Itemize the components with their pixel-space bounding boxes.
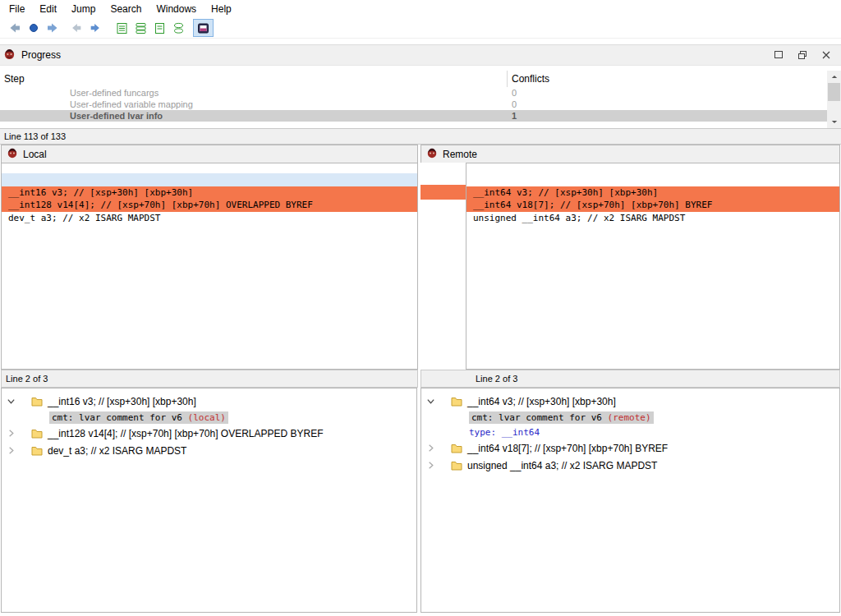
code-line[interactable]: unsigned __int64 a3; // x2 ISARG MAPDST	[466, 212, 839, 225]
folder-icon	[451, 444, 462, 453]
conflicts-cell: 0	[507, 99, 517, 110]
comment-source: (local)	[188, 412, 226, 423]
close-icon[interactable]	[814, 47, 838, 63]
history-back-icon[interactable]	[67, 19, 85, 37]
column-header-step[interactable]: Step	[0, 71, 507, 87]
tree-detail-comment[interactable]: cmt: lvar comment for v6 (local)	[2, 410, 416, 425]
tree-node-collapsed[interactable]: dev_t a3; // x2 ISARG MAPDST	[2, 442, 416, 459]
toolbar	[0, 18, 841, 39]
tree-node-label: dev_t a3; // x2 ISARG MAPDST	[48, 445, 186, 457]
progress-window-title: Progress	[21, 49, 61, 61]
local-code-pane: __int16 v3; // [xsp+30h] [xbp+30h] __int…	[1, 163, 418, 370]
chevron-right-icon[interactable]	[426, 461, 438, 470]
menu-file[interactable]: File	[2, 1, 32, 17]
ida-logo-icon	[7, 147, 18, 161]
folder-icon	[31, 429, 43, 439]
open-list-window-icon[interactable]	[113, 19, 131, 37]
local-merge-tree: __int16 v3; // [xsp+30h] [xbp+30h] cmt: …	[1, 388, 417, 613]
type-text: type: __int64	[469, 427, 540, 438]
line-status-bar: Line 113 of 133	[0, 128, 841, 145]
ida-logo-icon	[3, 48, 16, 63]
table-row[interactable]: User-defined variable mapping 0	[0, 99, 827, 110]
chevron-right-icon[interactable]	[7, 446, 18, 455]
step-cell: User-defined funcargs	[0, 87, 507, 99]
remote-code-pane: __int64 v3; // [xsp+30h] [xbp+30h] __int…	[466, 163, 840, 370]
code-line[interactable]: dev_t a3; // x2 ISARG MAPDST	[2, 212, 417, 225]
tree-detail-type[interactable]: type: __int64	[421, 425, 839, 439]
comment-text: cmt: lvar comment for v6	[52, 412, 188, 423]
comment-text: cmt: lvar comment for v6	[471, 412, 608, 423]
column-header-conflicts[interactable]: Conflicts	[507, 71, 827, 87]
diff-gutter-conflict-marker	[420, 185, 466, 200]
menu-help[interactable]: Help	[204, 1, 239, 17]
chevron-right-icon[interactable]	[426, 444, 438, 453]
folder-icon	[451, 397, 462, 407]
menu-jump[interactable]: Jump	[64, 1, 103, 17]
tree-node-label: unsigned __int64 a3; // x2 ISARG MAPDST	[467, 460, 657, 471]
local-line-status-bar: Line 2 of 3	[1, 370, 418, 388]
folder-icon	[31, 446, 43, 456]
menu-search[interactable]: Search	[103, 1, 149, 17]
folder-icon	[31, 397, 43, 407]
code-line[interactable]	[466, 173, 839, 186]
table-scrollbar[interactable]	[827, 71, 841, 128]
tree-node-label: __int64 v18[7]; // [xsp+70h] [xbp+70h] B…	[467, 443, 668, 454]
tree-node-collapsed[interactable]: unsigned __int64 a3; // x2 ISARG MAPDST	[421, 457, 839, 474]
chevron-down-icon[interactable]	[7, 397, 18, 406]
remote-pane-title: Remote	[443, 149, 477, 160]
ida-logo-icon	[426, 147, 438, 161]
local-pane-header: Local	[1, 145, 418, 163]
remote-line-status-bar: Line 2 of 3	[420, 370, 840, 388]
chevron-right-icon[interactable]	[7, 429, 18, 438]
table-header: Step Conflicts	[0, 71, 827, 87]
chevron-down-icon[interactable]	[426, 397, 438, 406]
tree-node-collapsed[interactable]: __int64 v18[7]; // [xsp+70h] [xbp+70h] B…	[421, 439, 839, 457]
tree-detail-comment[interactable]: cmt: lvar comment for v6 (remote)	[421, 410, 839, 425]
menu-edit[interactable]: Edit	[32, 1, 64, 17]
progress-window-titlebar: Progress	[0, 44, 841, 66]
window-controls	[766, 47, 838, 63]
diff-gutter	[420, 163, 466, 370]
table-row-selected[interactable]: User-defined lvar info 1	[0, 110, 827, 122]
step-cell: User-defined lvar info	[0, 110, 507, 122]
maximize-icon[interactable]	[766, 47, 790, 63]
tree-node-label: __int64 v3; // [xsp+30h] [xbp+30h]	[467, 396, 616, 407]
open-names-window-icon[interactable]	[150, 19, 169, 37]
scroll-down-icon[interactable]	[827, 116, 841, 128]
code-line-conflict[interactable]: __int128 v14[4]; // [xsp+70h] [xbp+70h] …	[2, 199, 417, 212]
folder-icon	[451, 461, 462, 471]
code-line-selected[interactable]	[2, 173, 417, 186]
conflicts-cell: 0	[507, 87, 517, 99]
scrollbar-thumb[interactable]	[828, 83, 840, 101]
merge-steps-table: Step Conflicts User-defined funcargs 0 U…	[0, 71, 827, 128]
scroll-up-icon[interactable]	[827, 71, 841, 83]
float-window-icon[interactable]	[790, 47, 814, 63]
remote-merge-tree: __int64 v3; // [xsp+30h] [xbp+30h] cmt: …	[420, 388, 840, 613]
menu-windows[interactable]: Windows	[149, 1, 204, 17]
tree-node-label: __int128 v14[4]; // [xsp+70h] [xbp+70h] …	[48, 428, 324, 439]
open-segments-window-icon[interactable]	[131, 19, 150, 37]
comment-source: (remote)	[608, 412, 651, 423]
merge-progress-window-icon[interactable]	[193, 19, 214, 37]
comment-conflict-chip: cmt: lvar comment for v6 (local)	[49, 411, 228, 424]
nav-forward-icon[interactable]	[43, 19, 62, 37]
local-pane-title: Local	[23, 149, 47, 160]
tree-node-collapsed[interactable]: __int128 v14[4]; // [xsp+70h] [xbp+70h] …	[2, 425, 416, 442]
history-forward-icon[interactable]	[85, 19, 104, 37]
tree-node-expanded[interactable]: __int64 v3; // [xsp+30h] [xbp+30h]	[421, 393, 839, 410]
table-row[interactable]: User-defined funcargs 0	[0, 87, 827, 99]
menu-bar: File Edit Jump Search Windows Help	[0, 0, 841, 18]
conflicts-cell: 1	[507, 110, 517, 122]
nav-current-position-icon[interactable]	[24, 19, 43, 37]
nav-back-icon[interactable]	[5, 19, 24, 37]
code-line-conflict[interactable]: __int64 v3; // [xsp+30h] [xbp+30h]	[466, 186, 839, 200]
tree-node-label: __int16 v3; // [xsp+30h] [xbp+30h]	[48, 396, 196, 407]
code-line-conflict[interactable]: __int16 v3; // [xsp+30h] [xbp+30h]	[2, 186, 417, 200]
step-cell: User-defined variable mapping	[0, 99, 507, 110]
code-line-conflict[interactable]: __int64 v18[7]; // [xsp+70h] [xbp+70h] B…	[466, 199, 839, 212]
comment-conflict-chip: cmt: lvar comment for v6 (remote)	[469, 411, 654, 424]
open-structures-window-icon[interactable]	[169, 19, 188, 37]
tree-node-expanded[interactable]: __int16 v3; // [xsp+30h] [xbp+30h]	[2, 393, 416, 410]
remote-pane-header: Remote	[420, 145, 840, 163]
